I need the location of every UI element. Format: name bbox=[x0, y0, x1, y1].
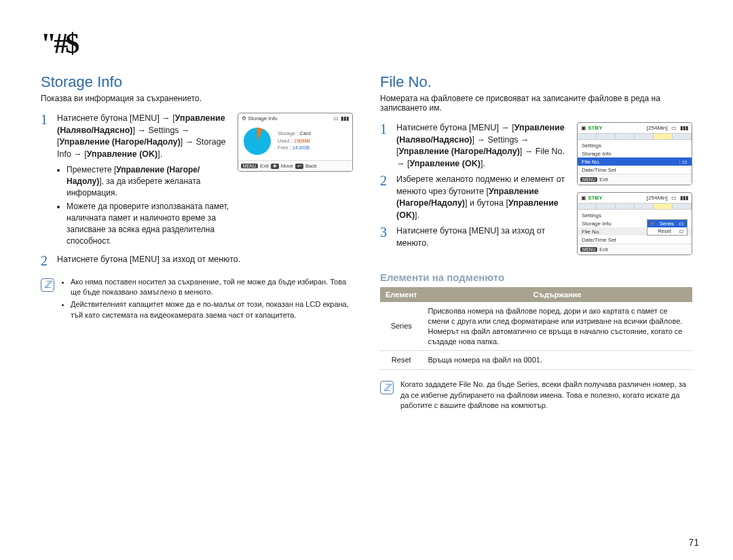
lcd-menu-btn: MENU bbox=[580, 247, 597, 252]
step-bullet: Можете да проверите използваната памет, … bbox=[67, 201, 232, 246]
menu-label: File No. bbox=[582, 159, 601, 165]
lcd-exit-label: Exit bbox=[599, 246, 608, 253]
storage-note: ℤ Ако няма поставен носител за съхранени… bbox=[41, 277, 353, 323]
step-number: 2 bbox=[380, 174, 390, 187]
th-item: Елемент bbox=[380, 287, 422, 302]
battery-icon: ▮▮▮ bbox=[680, 195, 688, 201]
back-icon: ↩ bbox=[295, 164, 303, 169]
lcd-move-label: Move bbox=[281, 163, 293, 169]
menu-label: Storage Info bbox=[582, 151, 612, 157]
step-text: Изберете желаното подменю и елемент от м… bbox=[396, 174, 570, 221]
fileno-step-1: 1 Натиснете бутона [MENU] → [Управление … bbox=[380, 122, 570, 170]
menu-row-datetime: Date/Time Set bbox=[578, 236, 692, 244]
legend-free-label: Free bbox=[278, 145, 288, 151]
legend-storage-value: Card bbox=[300, 130, 311, 136]
step-number: 1 bbox=[380, 122, 390, 136]
popup-label: Reset bbox=[658, 228, 671, 234]
lcd-menu-btn: MENU bbox=[241, 164, 258, 168]
th-content: Съдържание bbox=[422, 287, 692, 302]
storage-heading: Storage Info bbox=[41, 73, 353, 91]
stby-label: STBY bbox=[588, 125, 602, 131]
menu-label: Settings bbox=[582, 212, 601, 219]
fileno-subtitle: Номерата на файловете се присвояват на з… bbox=[380, 94, 692, 113]
step-bullet: Преместете [Управление (Нагоре/Надолу)],… bbox=[67, 164, 232, 198]
legend-storage-label: Storage bbox=[278, 130, 295, 136]
fileno-step-2: 2 Изберете желаното подменю и елемент от… bbox=[380, 174, 570, 221]
step-number: 2 bbox=[41, 254, 50, 267]
popup-option-series: ✔Series▭ bbox=[647, 220, 687, 227]
storage-step-2: 2 Натиснете бутона [MENU] за изход от ме… bbox=[41, 254, 353, 267]
menu-label: Date/Time Set bbox=[582, 167, 616, 173]
fileno-heading: File No. bbox=[380, 73, 692, 91]
time-remaining: [254Min] bbox=[647, 195, 668, 201]
stby-label: STBY bbox=[588, 195, 602, 201]
lcd-back-label: Back bbox=[305, 163, 317, 169]
step-text: Натиснете бутона [MENU] за изход от меню… bbox=[396, 225, 570, 249]
storage-subtitle: Показва ви информация за съхранението. bbox=[41, 94, 353, 103]
desc-cell: Присвоява номера на файлове поред, дори … bbox=[422, 302, 692, 351]
step-text: Натиснете бутона [MENU] → [Управление (Н… bbox=[396, 122, 570, 170]
dpad-icon: ✥ bbox=[271, 164, 279, 169]
menu-row-settings: Settings bbox=[578, 141, 692, 149]
menu-row-fileno: File No.: ▭ bbox=[578, 157, 692, 166]
submenu-heading: Елементи на подменюто bbox=[380, 272, 692, 283]
table-row: Reset Връща номера на файл на 0001. bbox=[380, 351, 692, 370]
submenu-table: Елемент Съдържание Series Присвоява номе… bbox=[380, 287, 692, 370]
menu-label: Date/Time Set bbox=[582, 237, 616, 243]
lcd-exit-label: Exit bbox=[260, 163, 269, 169]
pie-chart-icon bbox=[242, 126, 272, 156]
menu-row-storageinfo: Storage Info bbox=[578, 149, 692, 157]
battery-icon: ▮▮▮ bbox=[680, 125, 688, 131]
step-number: 3 bbox=[380, 225, 390, 239]
legend-used-label: Used bbox=[278, 138, 290, 144]
note-text: Когато зададете File No. да бъде Series,… bbox=[400, 379, 692, 411]
fileno-section: File No. Номерата на файловете се присво… bbox=[380, 73, 692, 411]
fileno-lcd-1: ▣ STBY [254Min] ▭ ▮▮▮ Settings Storage I… bbox=[577, 122, 692, 185]
menu-row-settings: Settings bbox=[578, 211, 692, 219]
menu-label: File No. bbox=[582, 229, 601, 235]
step-number: 1 bbox=[41, 113, 50, 126]
card-icon: ▭ bbox=[333, 115, 339, 122]
page-title: "#$ bbox=[41, 27, 692, 60]
lcd-exit-label: Exit bbox=[599, 176, 608, 183]
note-item: Действителният капацитет може да е по-ма… bbox=[71, 299, 353, 320]
storage-lcd: ⚙ Storage Info ▭▮▮▮ Storage : Card Used … bbox=[238, 113, 353, 172]
menu-label: Storage Info bbox=[582, 221, 612, 227]
storage-step-1: 1 Натиснете бутона [MENU] → [Управление … bbox=[41, 113, 232, 250]
menu-row-datetime: Date/Time Set bbox=[578, 166, 692, 174]
card-icon: ▭ bbox=[671, 125, 677, 131]
popup-option-reset: Reset▭ bbox=[647, 227, 687, 235]
step-text: Натиснете бутона [MENU] → [Управление (Н… bbox=[57, 113, 226, 159]
fileno-step-3: 3 Натиснете бутона [MENU] за изход от ме… bbox=[380, 225, 570, 249]
legend-used-value: 190MB bbox=[294, 138, 310, 144]
lcd-menu-btn: MENU bbox=[580, 177, 597, 182]
card-icon: ▭ bbox=[671, 195, 677, 201]
page-number: 71 bbox=[688, 537, 699, 548]
item-cell: Series bbox=[380, 302, 422, 351]
desc-cell: Връща номера на файл на 0001. bbox=[422, 351, 692, 370]
battery-icon: ▮▮▮ bbox=[341, 115, 349, 122]
legend-free-value: 14.6GB bbox=[293, 145, 309, 151]
item-cell: Reset bbox=[380, 351, 422, 370]
lcd-storage-title: Storage Info bbox=[248, 115, 278, 122]
time-remaining: [254Min] bbox=[647, 125, 668, 131]
table-row: Series Присвоява номера на файлове поред… bbox=[380, 302, 692, 351]
fileno-popup: ✔Series▭ Reset▭ bbox=[647, 219, 688, 236]
fileno-note: ℤ Когато зададете File No. да бъде Serie… bbox=[380, 379, 692, 411]
popup-label: Series bbox=[660, 221, 674, 227]
note-icon: ℤ bbox=[380, 381, 394, 394]
storage-info-section: Storage Info Показва ви информация за съ… bbox=[41, 73, 353, 411]
camera-icon: ▣ bbox=[581, 125, 586, 131]
fileno-lcd-2: ▣ STBY [254Min] ▭ ▮▮▮ Settings Storage I… bbox=[577, 192, 692, 255]
menu-label: Settings bbox=[582, 143, 601, 149]
note-icon: ℤ bbox=[41, 278, 54, 292]
camera-icon: ▣ bbox=[581, 195, 586, 201]
step-text: Натиснете бутона [MENU] за изход от меню… bbox=[57, 254, 353, 266]
note-item: Ако няма поставен носител за съхранение,… bbox=[71, 277, 353, 298]
